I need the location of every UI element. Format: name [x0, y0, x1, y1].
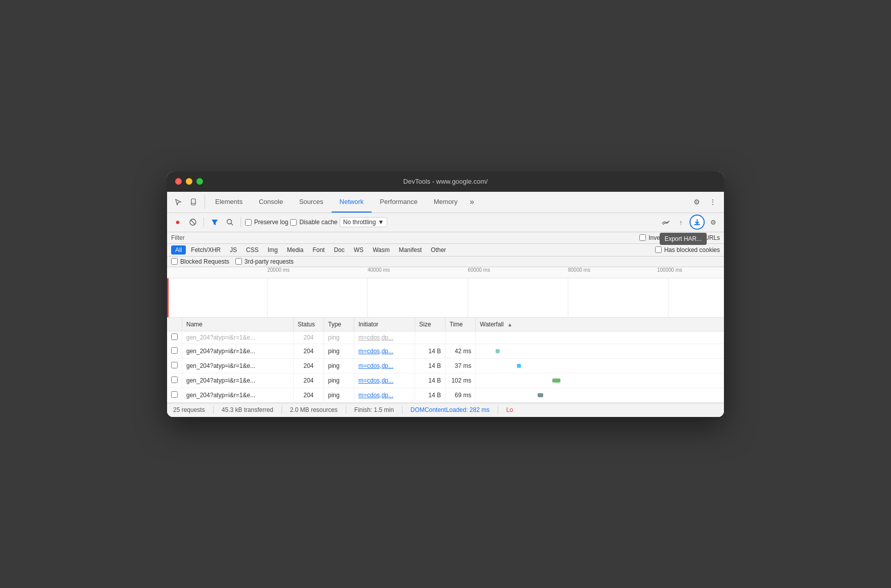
table-row[interactable]: gen_204?atyp=i&r=1&e... 204 ping m=cdos,…	[167, 388, 724, 402]
nav-icons	[171, 195, 205, 209]
svg-marker-4	[212, 220, 218, 225]
blocked-requests-checkbox[interactable]: Blocked Requests	[171, 258, 229, 265]
filter-icon[interactable]	[208, 216, 221, 229]
type-wasm-button[interactable]: Wasm	[369, 245, 394, 255]
row-name: gen_204?atyp=i&r=1&e...	[182, 344, 294, 358]
row-name: gen_204?atyp=i&r=1&e...	[182, 373, 294, 388]
type-js-button[interactable]: JS	[226, 245, 241, 255]
col-status[interactable]: Status	[294, 318, 324, 331]
devtools-settings-icon[interactable]: ⚙	[690, 195, 704, 209]
row-name: gen_204?atyp=i&r=1&e...	[182, 358, 294, 373]
table-body: gen_204?atyp=i&r=1&e... 204 ping m=cdos,…	[167, 331, 724, 402]
nav-bar: Elements Console Sources Network Perform…	[167, 192, 724, 213]
row-type: ping	[324, 344, 354, 358]
row-checkbox[interactable]	[167, 373, 182, 388]
load-event: Lo	[506, 406, 513, 413]
row-checkbox[interactable]	[167, 388, 182, 402]
traffic-lights	[175, 178, 203, 185]
preserve-log-checkbox[interactable]: Preserve log	[245, 219, 288, 226]
type-doc-button[interactable]: Doc	[330, 245, 348, 255]
export-har-button[interactable]	[690, 215, 705, 230]
col-name[interactable]: Name	[182, 318, 294, 331]
table-row[interactable]: gen_204?atyp=i&r=1&e... 204 ping m=cdos,…	[167, 331, 724, 344]
disable-cache-checkbox[interactable]: Disable cache	[290, 219, 337, 226]
row-time: 69 ms	[446, 388, 476, 402]
row-waterfall	[476, 373, 724, 388]
col-type[interactable]: Type	[324, 318, 354, 331]
maximize-button[interactable]	[196, 178, 203, 185]
type-manifest-button[interactable]: Manifest	[395, 245, 426, 255]
type-css-button[interactable]: CSS	[242, 245, 263, 255]
tab-network[interactable]: Network	[332, 191, 372, 213]
col-size[interactable]: Size	[415, 318, 446, 331]
tab-console[interactable]: Console	[251, 191, 291, 213]
type-all-button[interactable]: All	[171, 245, 186, 255]
transferred-size: 45.3 kB transferred	[222, 406, 273, 413]
table-header-row: Name Status Type Initiator Size	[167, 318, 724, 331]
close-button[interactable]	[175, 178, 182, 185]
tab-sources[interactable]: Sources	[291, 191, 332, 213]
type-ws-button[interactable]: WS	[350, 245, 368, 255]
type-other-button[interactable]: Other	[427, 245, 450, 255]
devtools-more-icon[interactable]: ⋮	[706, 195, 720, 209]
toolbar-separator-2	[240, 217, 241, 227]
tab-memory[interactable]: Memory	[426, 191, 466, 213]
row-size: 14 B	[415, 373, 446, 388]
col-initiator[interactable]: Initiator	[354, 318, 415, 331]
status-bar: 25 requests 45.3 kB transferred 2.0 MB r…	[167, 403, 724, 417]
devtools-panel: Elements Console Sources Network Perform…	[167, 192, 724, 417]
table-row[interactable]: gen_204?atyp=i&r=1&e... 204 ping m=cdos,…	[167, 344, 724, 358]
toolbar-separator-1	[204, 217, 204, 227]
col-waterfall[interactable]: Waterfall ▲	[476, 318, 724, 331]
tab-performance[interactable]: Performance	[372, 191, 425, 213]
more-tabs-button[interactable]: »	[466, 191, 478, 213]
row-waterfall	[476, 358, 724, 373]
record-button[interactable]: ●	[171, 216, 184, 229]
row-size: 14 B	[415, 388, 446, 402]
resources-size: 2.0 MB resources	[290, 406, 338, 413]
table-row[interactable]: gen_204?atyp=i&r=1&e... 204 ping m=cdos,…	[167, 358, 724, 373]
throttle-select[interactable]: No throttling ▼	[340, 217, 388, 227]
ruler-mark-80000: 80000 ms	[568, 267, 590, 273]
network-conditions-icon[interactable]	[659, 216, 672, 229]
row-checkbox[interactable]	[167, 358, 182, 373]
svg-line-3	[191, 220, 195, 224]
cursor-icon[interactable]	[171, 195, 185, 209]
svg-point-5	[227, 220, 232, 224]
row-waterfall	[476, 331, 724, 344]
type-filters-right: Has blocked cookies	[655, 246, 720, 254]
type-font-button[interactable]: Font	[308, 245, 329, 255]
row-time: 37 ms	[446, 358, 476, 373]
third-party-checkbox[interactable]: 3rd-party requests	[235, 258, 294, 265]
search-button[interactable]	[223, 216, 236, 229]
col-time[interactable]: Time	[446, 318, 476, 331]
network-table: Name Status Type Initiator Size	[167, 318, 724, 403]
ruler-mark-20000: 20000 ms	[267, 267, 290, 273]
type-img-button[interactable]: Img	[264, 245, 282, 255]
row-status: 204	[294, 388, 324, 402]
table-row[interactable]: gen_204?atyp=i&r=1&e... 204 ping m=cdos,…	[167, 373, 724, 388]
row-initiator[interactable]: m=cdos,dp...	[354, 388, 415, 402]
tab-elements[interactable]: Elements	[207, 191, 251, 213]
row-initiator[interactable]: m=cdos,dp...	[354, 358, 415, 373]
type-media-button[interactable]: Media	[283, 245, 308, 255]
row-initiator[interactable]: m=cdos,dp...	[354, 344, 415, 358]
minimize-button[interactable]	[186, 178, 192, 185]
type-filters: All Fetch/XHR JS CSS Img Media Font Doc …	[167, 244, 724, 257]
upload-icon[interactable]: ↑	[674, 216, 687, 229]
clear-button[interactable]	[186, 216, 199, 229]
network-settings-icon[interactable]: ⚙	[707, 216, 720, 229]
row-initiator[interactable]: m=cdos,dp...	[354, 373, 415, 388]
requests-count: 25 requests	[173, 406, 205, 413]
row-status: 204	[294, 344, 324, 358]
has-blocked-cookies-checkbox[interactable]: Has blocked cookies	[655, 246, 720, 254]
filter-bar: Filter Invert Hide data URLs	[167, 232, 724, 244]
row-checkbox[interactable]	[167, 344, 182, 358]
row-initiator[interactable]: m=cdos,dp...	[354, 331, 415, 344]
dom-content-loaded: DOMContentLoaded: 282 ms	[411, 406, 490, 413]
type-fetch-xhr-button[interactable]: Fetch/XHR	[187, 245, 225, 255]
ruler-mark-100000: 100000 ms	[657, 267, 682, 273]
row-status: 204	[294, 358, 324, 373]
row-checkbox[interactable]	[167, 331, 182, 344]
mobile-icon[interactable]	[186, 195, 200, 209]
